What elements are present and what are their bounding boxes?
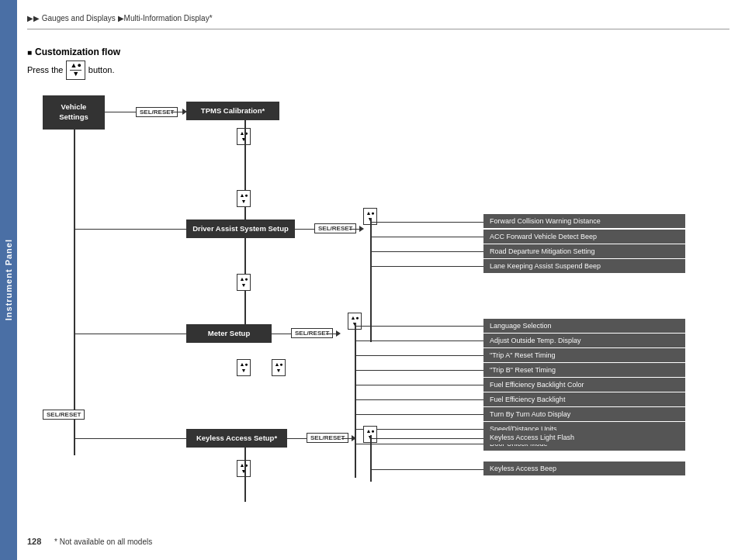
- hline-vs-ka: [74, 438, 189, 440]
- nav-icon-5: ▲●▼: [237, 460, 251, 477]
- footer-note: * Not available on all models: [54, 538, 152, 546]
- vline-main: [74, 130, 75, 455]
- nav-icon-2: ▲●▼: [237, 190, 251, 207]
- nav-icon-3: ▲●▼: [237, 274, 251, 291]
- sel-reset-left: SEL/RESET: [43, 410, 85, 420]
- arrow-to-da-menu: [359, 226, 364, 232]
- line-to-ka2: [370, 469, 485, 471]
- page-number: 128: [27, 537, 41, 546]
- nav-icon-1: ▲●▼: [237, 128, 251, 145]
- sidebar-strip: Instrument Panel: [0, 0, 17, 560]
- menu-item-road-departure: Road Departure Mitigation Setting: [483, 244, 685, 258]
- line-ms-sel: [272, 334, 291, 335]
- line-to-ms1: [355, 326, 485, 327]
- line-to-m1: [370, 222, 485, 223]
- hline-vs-ms: [74, 334, 189, 335]
- line-to-ms6: [355, 399, 485, 401]
- sub-title: Press the ▲●▼ button.: [27, 60, 729, 80]
- flow-diagram: Vehicle Settings SEL/RESET TPMS Calibrat…: [27, 88, 729, 538]
- line-to-ms9: [355, 444, 485, 445]
- vehicle-settings-box: Vehicle Settings: [43, 95, 105, 130]
- keyless-access-box: Keyless Access Setup*: [186, 429, 287, 448]
- menu-item-fuel-color: Fuel Efficiency Backlight Color: [483, 378, 685, 392]
- breadcrumb: ▶▶ Gauges and Displays ▶Multi-Informatio…: [27, 14, 729, 29]
- line-to-ms2: [355, 340, 485, 342]
- line-to-ms5: [355, 385, 485, 386]
- sidebar-label: Instrument Panel: [4, 239, 13, 320]
- line-to-ms7: [355, 414, 485, 416]
- page-container: Instrument Panel ▶▶ Gauges and Displays …: [0, 0, 745, 560]
- menu-item-trip-b: "Trip B" Reset Timing: [483, 363, 685, 377]
- menu-item-fuel-backlight: Fuel Efficiency Backlight: [483, 392, 685, 406]
- line-to-m4: [370, 266, 485, 268]
- menu-item-turn-auto: Turn By Turn Auto Display: [483, 407, 685, 421]
- line-to-ka1: [370, 438, 485, 440]
- main-content: Customization flow Press the ▲●▼ button.…: [27, 31, 729, 529]
- line-to-ms4: [355, 370, 485, 372]
- arrow-to-ms-menu: [336, 330, 341, 337]
- line-vs-to-sel: [105, 112, 136, 113]
- nav-button[interactable]: ▲●▼: [66, 60, 85, 80]
- tpms-box: TPMS Calibration*: [186, 102, 279, 120]
- vline-ka-right: [370, 435, 372, 482]
- menu-item-lane-keeping: Lane Keeping Assist Suspend Beep: [483, 259, 685, 273]
- driver-assist-box: Driver Assist System Setup: [186, 220, 295, 238]
- line-to-ms3: [355, 355, 485, 357]
- menu-item-acc-beep: ACC Forward Vehicle Detect Beep: [483, 230, 685, 244]
- meter-setup-box: Meter Setup: [186, 324, 272, 343]
- section-title: Customization flow: [27, 47, 729, 57]
- menu-item-outside-temp: Adjust Outside Temp. Display: [483, 334, 685, 347]
- menu-item-keyless-beep: Keyless Access Beep: [483, 461, 685, 475]
- vline-ka-bottom: [244, 448, 246, 502]
- menu-item-trip-a: "Trip A" Reset Timing: [483, 348, 685, 362]
- line-to-m3: [370, 251, 485, 253]
- line-to-m2: [370, 237, 485, 238]
- nav-icon-4b: ▲●▼: [272, 359, 286, 376]
- breadcrumb-text: ▶▶ Gauges and Displays ▶Multi-Informatio…: [27, 14, 213, 22]
- menu-item-language: Language Selection: [483, 319, 685, 333]
- line-ka-sel: [287, 438, 307, 440]
- hline-vs-loop: [74, 229, 189, 230]
- line-da-sel: [295, 229, 314, 230]
- menu-item-keyless-light: Keyless Access Light Flash: [483, 430, 685, 444]
- menu-item-forward-collision: Forward Collision Warning Distance: [483, 214, 685, 228]
- nav-icon-4: ▲●▼: [237, 359, 251, 376]
